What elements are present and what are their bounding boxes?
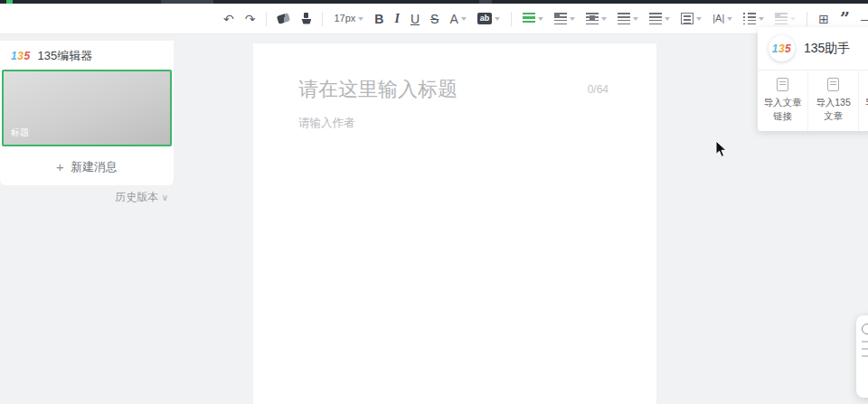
align-center-button[interactable] (583, 8, 609, 30)
circle-icon (862, 324, 868, 334)
import-135-article-button[interactable]: 导入135文章 (808, 70, 859, 131)
blockquote-button[interactable]: ” (837, 8, 853, 30)
import-article-code-button[interactable]: 导入文章代码 (859, 70, 868, 131)
font-color-icon: A (449, 13, 458, 25)
dropdown-caret-icon (759, 17, 764, 21)
author-input[interactable]: 请输入作者 (298, 116, 355, 131)
clear-format-button (772, 8, 798, 30)
history-versions-label: 历史版本 (115, 191, 158, 203)
dropdown-caret-icon (790, 17, 796, 21)
eraser-icon (277, 13, 290, 24)
italic-icon: I (394, 13, 399, 25)
redo-button[interactable]: ↷ (242, 8, 259, 30)
undo-button[interactable]: ↶ (221, 8, 237, 30)
horizontal-rule-button[interactable]: — (858, 8, 868, 30)
message-sidebar: 135 135编辑器 标题 + 新建消息 (0, 41, 174, 185)
assistant-button-label: 代码 (863, 109, 868, 123)
panel-glyph (862, 341, 868, 343)
strikethrough-button[interactable]: S (428, 8, 441, 30)
assistant-header: 135 135助手 (758, 27, 868, 70)
line-height-icon (523, 13, 535, 24)
text-width-icon: |A| (712, 14, 724, 23)
clear-format-icon (775, 13, 788, 24)
indent-button[interactable] (678, 8, 704, 30)
dropdown-caret-icon (358, 17, 363, 21)
toolbar-divider (511, 12, 512, 26)
document-icon (827, 78, 839, 91)
letter-spacing-button[interactable] (615, 8, 641, 30)
dropdown-caret-icon (665, 17, 670, 21)
app-logo-icon: 135 (11, 50, 31, 62)
list-button[interactable] (741, 8, 767, 30)
chevron-down-icon: ∨ (162, 193, 168, 202)
toolbar-divider (266, 12, 267, 26)
assistant-logo-icon: 135 (769, 35, 795, 61)
logo-char: 1 (772, 42, 778, 55)
floating-side-panel[interactable] (856, 315, 868, 398)
assistant-panel: 135 135助手 导入文章链接导入135文章导入文章代码 (758, 27, 868, 131)
paragraph-spacing-icon (649, 13, 662, 24)
line-height-button[interactable] (520, 8, 546, 30)
assistant-button-label: 链接 (761, 109, 804, 123)
dropdown-caret-icon (601, 17, 607, 21)
title-input[interactable]: 请在这里输入标题 (298, 76, 458, 103)
font-color-button[interactable]: A (447, 8, 468, 30)
new-message-label: 新建消息 (71, 159, 118, 175)
history-versions-button[interactable]: 历史版本 ∨ (0, 190, 168, 205)
dropdown-caret-icon (495, 17, 500, 21)
toolbar-divider (807, 12, 807, 26)
format-painter-button[interactable] (297, 8, 314, 30)
underline-icon: U (410, 13, 420, 25)
toolbar-divider (322, 12, 323, 26)
assistant-button-label: 文章 (812, 109, 854, 123)
letter-spacing-icon (618, 13, 630, 24)
assistant-button-label: 导入135 (812, 96, 854, 109)
undo-icon: ↶ (223, 13, 234, 25)
list-icon (743, 13, 756, 24)
align-center-icon (586, 13, 599, 24)
brush-icon (300, 13, 311, 25)
formatting-toolbar: ↶↷17pxBIUSAab|A|⊞”—</>☺ (0, 4, 868, 34)
assistant-button-label: 导入文章 (761, 96, 804, 109)
mouse-cursor (715, 140, 728, 158)
font-size-select[interactable]: 17px (331, 8, 366, 30)
redo-icon: ↷ (245, 13, 256, 25)
paragraph-spacing-button[interactable] (646, 8, 673, 30)
bold-icon: B (374, 13, 383, 25)
title-char-counter: 0/64 (588, 83, 609, 96)
blockquote-icon: ” (840, 14, 850, 23)
bold-button[interactable]: B (372, 8, 386, 30)
italic-button[interactable]: I (392, 8, 401, 30)
underline-button[interactable]: U (408, 8, 422, 30)
align-left-button[interactable] (552, 8, 578, 30)
dropdown-caret-icon (570, 17, 575, 21)
new-message-button[interactable]: + 新建消息 (0, 146, 174, 187)
dropdown-caret-icon (696, 17, 702, 21)
assistant-title: 135助手 (804, 41, 850, 57)
sidebar-header: 135 135编辑器 (0, 41, 174, 70)
panel-glyph (862, 355, 868, 357)
dropdown-caret-icon (633, 17, 638, 21)
eraser-button[interactable] (275, 8, 292, 30)
logo-char: 5 (785, 42, 791, 55)
text-width-button[interactable]: |A| (710, 8, 735, 30)
table-button[interactable]: ⊞ (816, 8, 832, 30)
font-size-icon: 17px (334, 14, 355, 23)
import-article-link-button[interactable]: 导入文章链接 (758, 70, 808, 131)
document-icon (777, 78, 788, 91)
app-title: 135编辑器 (38, 48, 93, 64)
logo-char: 5 (24, 50, 30, 62)
highlight-color-button[interactable]: ab (475, 8, 504, 30)
assistant-button-label: 导入文章 (863, 96, 868, 109)
strikethrough-icon: S (430, 13, 439, 25)
editor-page[interactable]: 请在这里输入标题 0/64 请输入作者 (253, 43, 656, 404)
message-thumbnail[interactable]: 标题 (2, 70, 172, 146)
dropdown-caret-icon (461, 17, 467, 21)
assistant-logo-text: 135 (772, 42, 792, 55)
dropdown-caret-icon (727, 17, 732, 21)
panel-glyph (862, 348, 868, 350)
dropdown-caret-icon (538, 17, 543, 21)
thumbnail-title-label: 标题 (11, 127, 29, 139)
table-icon: ⊞ (818, 13, 829, 25)
indent-icon (681, 13, 693, 24)
